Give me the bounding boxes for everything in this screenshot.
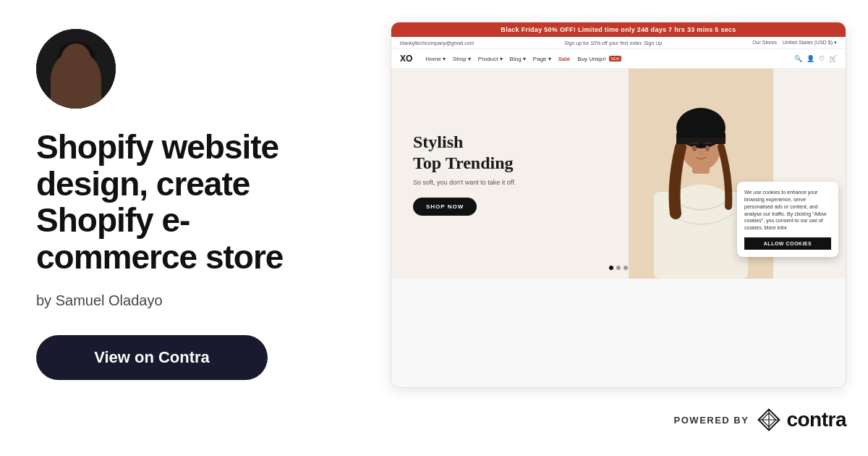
svg-point-15 — [692, 145, 697, 151]
nav-home[interactable]: Home ▾ — [425, 56, 446, 62]
nav-product[interactable]: Product ▾ — [478, 56, 503, 62]
info-bar-stores: Our Stores — [752, 40, 777, 45]
svg-point-5 — [68, 70, 72, 75]
svg-point-3 — [57, 42, 95, 71]
contra-brand-name: contra — [786, 408, 846, 431]
view-on-contra-button[interactable]: View on Contra — [36, 335, 268, 380]
info-bar-currency: United States (USD $) ▾ — [783, 40, 837, 45]
cookie-text: We use cookies to enhance your browsing … — [744, 189, 831, 232]
cart-icon[interactable]: 🛒 — [829, 55, 837, 62]
store-preview: Black Friday 50% OFF! Limited time only … — [391, 22, 846, 388]
info-bar: blankyltechcompany@gmail.com Sign up for… — [391, 37, 846, 49]
author-prefix: by — [36, 292, 51, 308]
svg-point-6 — [80, 70, 84, 75]
carousel-dot-3[interactable] — [624, 266, 628, 270]
bf-banner: Black Friday 50% OFF! Limited time only … — [391, 22, 846, 37]
nav-logo: XO — [400, 54, 412, 64]
carousel-dot-2[interactable] — [616, 266, 621, 270]
svg-point-2 — [60, 54, 92, 90]
shop-now-button[interactable]: SHOP NOW — [413, 198, 477, 216]
nav-bar: XO Home ▾ Shop ▾ Product ▾ Blog ▾ Page ▾… — [391, 49, 846, 69]
nav-page[interactable]: Page ▾ — [533, 56, 551, 62]
contra-diamond-icon — [757, 408, 780, 431]
hero-title: Stylish Top Trending — [413, 132, 516, 174]
nav-blog[interactable]: Blog ▾ — [510, 56, 526, 62]
cookie-popup: We use cookies to enhance your browsing … — [737, 182, 838, 257]
info-bar-center: Sign up for 10% off your first order. Si… — [564, 41, 662, 46]
hero-section: Stylish Top Trending So soft, you don't … — [391, 69, 846, 279]
svg-point-1 — [48, 85, 103, 109]
search-icon[interactable]: 🔍 — [794, 55, 802, 62]
nav-buy-uniqo[interactable]: Buy Uniqo! NEW — [577, 56, 621, 62]
powered-by: POWERED BY contra — [391, 405, 846, 434]
carousel-dot-1[interactable] — [609, 266, 613, 270]
contra-logo: contra — [757, 408, 846, 431]
info-bar-email: blankyltechcompany@gmail.com — [400, 41, 474, 46]
svg-rect-4 — [57, 56, 95, 67]
right-panel: Black Friday 50% OFF! Limited time only … — [376, 0, 868, 456]
carousel-dots — [609, 266, 628, 270]
hero-text-block: Stylish Top Trending So soft, you don't … — [391, 110, 537, 238]
project-title: Shopify website design, create Shopify e… — [36, 129, 340, 275]
user-icon[interactable]: 👤 — [807, 55, 814, 62]
svg-rect-14 — [676, 138, 726, 144]
new-badge: NEW — [609, 56, 622, 62]
nav-icons: 🔍 👤 ♡ 🛒 — [794, 55, 837, 62]
hero-title-line1: Stylish — [413, 132, 463, 151]
nav-sale[interactable]: Sale — [558, 56, 570, 62]
hero-title-line2: Top Trending — [413, 153, 514, 172]
powered-by-text: POWERED BY — [674, 415, 749, 426]
avatar — [36, 29, 116, 109]
nav-shop[interactable]: Shop ▾ — [453, 56, 471, 62]
nav-links: Home ▾ Shop ▾ Product ▾ Blog ▾ Page ▾ Sa… — [425, 56, 784, 62]
svg-rect-9 — [654, 192, 748, 279]
left-panel: Shopify website design, create Shopify e… — [0, 0, 376, 456]
info-bar-right: Our Stores United States (USD $) ▾ — [752, 40, 837, 46]
author-name: Samuel Oladayo — [56, 292, 163, 308]
hero-subtitle: So soft, you don't want to take it off. — [413, 179, 516, 186]
allow-cookies-button[interactable]: ALLOW COOKIES — [744, 237, 831, 250]
wishlist-icon[interactable]: ♡ — [819, 55, 825, 62]
author-line: by Samuel Oladayo — [36, 292, 340, 309]
svg-point-0 — [36, 29, 116, 109]
avatar-image — [36, 29, 116, 109]
svg-point-16 — [705, 145, 710, 151]
